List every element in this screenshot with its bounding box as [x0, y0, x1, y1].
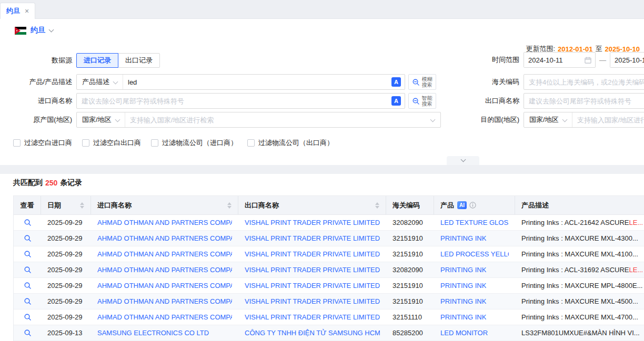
- view-record-icon[interactable]: [24, 282, 32, 290]
- importer-link[interactable]: AHMAD OTHMAN AND PARTNERS COMPA...: [97, 266, 232, 274]
- product-search-input[interactable]: [123, 75, 390, 89]
- product-row: 产品/产品描述 产品描述 A 模糊搜索: [0, 74, 436, 90]
- product-link[interactable]: PRINTING INK: [440, 282, 486, 290]
- origin-search-input[interactable]: [125, 112, 429, 127]
- exporter-link[interactable]: VISHAL PRINT TRADER PRIVATE LIMITED: [245, 234, 380, 242]
- importer-link[interactable]: AHMAD OTHMAN AND PARTNERS COMPA...: [97, 297, 232, 305]
- cell-exporter: VISHAL PRINT TRADER PRIVATE LIMITED: [238, 215, 386, 230]
- filter-logistics-exporter[interactable]: 过滤物流公司（出口商）: [247, 138, 334, 148]
- checkbox-icon[interactable]: [247, 139, 255, 147]
- product-link[interactable]: PRINTING INK: [440, 234, 486, 242]
- fuzzy-search-button[interactable]: 模糊搜索: [408, 74, 436, 90]
- sort-icon[interactable]: [227, 202, 232, 209]
- results-table: 查看 日期 进口商名称 出口商名称 海关编码 产品 AI 产品描述: [13, 195, 644, 341]
- cell-description: Printing Inks : ACL-31692 ASCURE LE...: [515, 262, 644, 277]
- results-summary: 共匹配到 250 条记录: [13, 178, 82, 188]
- destination-search-input[interactable]: [572, 112, 644, 127]
- exporter-link[interactable]: VISHAL PRINT TRADER PRIVATE LIMITED: [245, 266, 380, 274]
- checkbox-icon[interactable]: [82, 139, 89, 147]
- date-from-input[interactable]: [524, 52, 596, 68]
- product-link[interactable]: PRINTING INK: [440, 297, 486, 305]
- exporter-link[interactable]: CÔNG TY TNHH ĐIỆN TỬ SAMSUNG HCMC...: [245, 329, 380, 337]
- cell-hs-code: 32151910: [386, 231, 434, 246]
- tab-close-icon[interactable]: ×: [25, 7, 29, 15]
- cell-date: 2025-09-29: [41, 309, 91, 325]
- cell-date: 2025-09-29: [41, 278, 91, 293]
- filter-empty-importer[interactable]: 过滤空白进口商: [13, 138, 72, 148]
- cell-importer: AHMAD OTHMAN AND PARTNERS COMPA...: [91, 215, 238, 230]
- date-to-value[interactable]: [610, 53, 644, 67]
- chevron-down-icon: [49, 27, 54, 32]
- product-link[interactable]: PRINTING INK: [440, 266, 486, 274]
- origin-type-select[interactable]: 国家/地区: [77, 112, 125, 127]
- exporter-search-input[interactable]: [524, 94, 644, 108]
- importer-link[interactable]: SAMSUNG ELECTRONICS CO LTD: [97, 329, 209, 337]
- jordan-flag-icon: [15, 27, 26, 35]
- smart-search-button[interactable]: 智能搜索: [408, 93, 436, 109]
- view-record-icon[interactable]: [24, 297, 32, 305]
- chevron-down-icon: [115, 117, 120, 122]
- cell-view: [14, 262, 41, 277]
- importer-link[interactable]: AHMAD OTHMAN AND PARTNERS COMPA...: [97, 250, 232, 258]
- view-record-icon[interactable]: [24, 219, 32, 226]
- cell-view: [14, 309, 41, 325]
- exporter-link[interactable]: VISHAL PRINT TRADER PRIVATE LIMITED: [245, 250, 380, 258]
- tab-export-records[interactable]: 出口记录: [118, 53, 160, 68]
- table-row: 2025-09-29 AHMAD OTHMAN AND PARTNERS COM…: [14, 231, 644, 246]
- date-to-input[interactable]: [610, 52, 644, 68]
- smart-search-icon: [412, 97, 420, 105]
- origin-label: 原产国(地区): [0, 115, 76, 125]
- importer-search-input[interactable]: [77, 94, 390, 108]
- cell-importer: SAMSUNG ELECTRONICS CO LTD: [91, 325, 238, 340]
- checkbox-icon[interactable]: [13, 139, 21, 147]
- product-link[interactable]: PRINTING INK: [440, 313, 486, 321]
- importer-link[interactable]: AHMAD OTHMAN AND PARTNERS COMPA...: [97, 219, 232, 226]
- exporter-link[interactable]: VISHAL PRINT TRADER PRIVATE LIMITED: [245, 313, 380, 321]
- col-importer[interactable]: 进口商名称: [91, 196, 238, 214]
- collapse-panel-button[interactable]: [447, 156, 479, 165]
- tab-import-records[interactable]: 进口记录: [76, 53, 118, 68]
- table-body: 2025-09-29 AHMAD OTHMAN AND PARTNERS COM…: [14, 215, 644, 341]
- product-type-select[interactable]: 产品描述: [77, 75, 123, 89]
- datasource-row: 数据源 进口记录 出口记录: [0, 53, 160, 68]
- col-view: 查看: [14, 196, 41, 214]
- filter-empty-exporter[interactable]: 过滤空白出口商: [82, 138, 141, 148]
- sort-icon[interactable]: [375, 202, 379, 209]
- browser-tab-jordan[interactable]: 约旦 ×: [0, 3, 35, 19]
- col-date[interactable]: 日期: [41, 196, 91, 214]
- view-record-icon[interactable]: [24, 329, 32, 337]
- importer-link[interactable]: AHMAD OTHMAN AND PARTNERS COMPA...: [97, 282, 232, 290]
- exporter-link[interactable]: VISHAL PRINT TRADER PRIVATE LIMITED: [245, 297, 380, 305]
- importer-link[interactable]: AHMAD OTHMAN AND PARTNERS COMPA...: [97, 313, 232, 321]
- cell-description: Printing Inks : MAXCURE MXL-4300...: [515, 231, 644, 246]
- view-record-icon[interactable]: [24, 313, 32, 321]
- cell-date: 2025-09-13: [41, 325, 91, 340]
- cell-view: [14, 278, 41, 293]
- view-record-icon[interactable]: [24, 234, 32, 242]
- checkbox-icon[interactable]: [151, 139, 158, 147]
- table-row: 2025-09-29 AHMAD OTHMAN AND PARTNERS COM…: [14, 262, 644, 278]
- info-icon[interactable]: [469, 202, 476, 209]
- country-selector[interactable]: 约旦: [15, 26, 53, 35]
- translate-icon[interactable]: A: [391, 77, 401, 87]
- sort-icon[interactable]: [80, 202, 84, 209]
- product-link[interactable]: LED MONITOR: [440, 329, 488, 337]
- product-link[interactable]: LED PROCESS YELLOW...: [440, 250, 509, 258]
- exporter-link[interactable]: VISHAL PRINT TRADER PRIVATE LIMITED: [245, 282, 380, 290]
- exporter-field: [524, 93, 644, 109]
- filter-logistics-importer[interactable]: 过滤物流公司（进口商）: [151, 138, 237, 148]
- exporter-link[interactable]: VISHAL PRINT TRADER PRIVATE LIMITED: [245, 219, 380, 226]
- importer-link[interactable]: AHMAD OTHMAN AND PARTNERS COMPA...: [97, 234, 232, 242]
- destination-type-select[interactable]: 国家/地区: [524, 112, 572, 127]
- col-exporter[interactable]: 出口商名称: [238, 196, 386, 214]
- view-record-icon[interactable]: [24, 250, 32, 258]
- view-record-icon[interactable]: [24, 266, 32, 274]
- product-link[interactable]: LED TEXTURE GLOSS ...: [440, 219, 509, 226]
- product-input-group: 产品描述 A: [76, 74, 405, 90]
- table-row: 2025-09-29 AHMAD OTHMAN AND PARTNERS COM…: [14, 215, 644, 231]
- date-from-value[interactable]: [524, 53, 585, 67]
- translate-icon[interactable]: A: [391, 96, 401, 106]
- table-row: 2025-09-29 AHMAD OTHMAN AND PARTNERS COM…: [14, 294, 644, 309]
- cell-view: [14, 246, 41, 262]
- hs-code-input[interactable]: [524, 75, 644, 89]
